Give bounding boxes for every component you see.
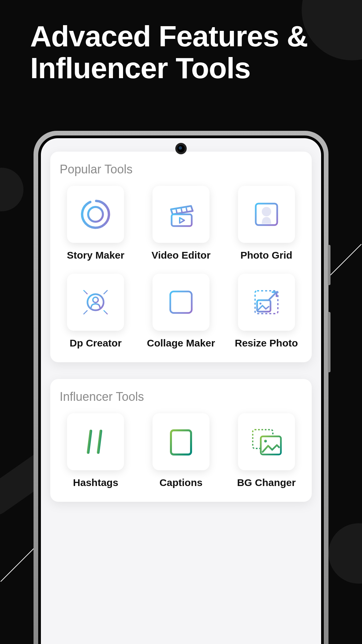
hero-title-line2: Influencer Tools: [30, 52, 308, 84]
tool-label: BG Changer: [237, 477, 296, 488]
influencer-tools-grid: Hashtags: [60, 413, 302, 488]
tool-label: Video Editor: [152, 250, 210, 261]
svg-point-52: [264, 440, 267, 442]
svg-line-41: [98, 431, 101, 452]
bg-changer-tile: [238, 413, 295, 470]
svg-line-39: [269, 292, 277, 300]
tool-label: Photo Grid: [240, 250, 292, 261]
svg-line-26: [106, 306, 110, 308]
tool-bg-changer[interactable]: BG Changer: [230, 413, 302, 488]
video-editor-tile: [153, 186, 209, 243]
svg-line-24: [106, 296, 110, 298]
tool-collage-maker[interactable]: Collage Maker: [145, 274, 217, 349]
svg-line-40: [88, 431, 91, 452]
resize-photo-tile: [238, 274, 295, 331]
tool-resize-photo[interactable]: Resize Photo: [230, 274, 302, 349]
tool-label: Resize Photo: [235, 337, 298, 349]
captions-tile: [153, 413, 209, 470]
dp-creator-icon: [77, 284, 114, 321]
hero-title: Advaced Features & Influencer Tools: [30, 20, 308, 84]
decoration-circle: [328, 523, 362, 584]
tool-captions[interactable]: Captions: [145, 413, 217, 488]
story-maker-icon: [79, 198, 112, 231]
svg-line-19: [104, 311, 107, 314]
dp-creator-tile: [67, 274, 124, 331]
svg-rect-37: [257, 300, 270, 312]
decoration-circle: [302, 0, 362, 60]
app-screen: Popular Tools Story Maker: [41, 138, 321, 644]
phone-side-button: [328, 245, 330, 285]
svg-point-31: [93, 297, 98, 303]
svg-line-27: [82, 306, 85, 308]
hashtags-tile: [67, 413, 124, 470]
collage-maker-icon: [164, 285, 198, 319]
phone-camera: [175, 143, 187, 154]
tool-dp-creator[interactable]: Dp Creator: [60, 274, 132, 349]
phone-bezel: Popular Tools Story Maker: [38, 136, 324, 644]
svg-rect-7: [172, 214, 192, 226]
svg-line-18: [84, 290, 87, 294]
svg-line-21: [84, 311, 87, 314]
svg-line-22: [100, 288, 101, 292]
influencer-tools-title: Influencer Tools: [60, 390, 302, 404]
popular-tools-card: Popular Tools Story Maker: [50, 152, 312, 362]
tool-label: Dp Creator: [70, 337, 122, 349]
svg-line-20: [104, 290, 107, 294]
decoration-line: [325, 244, 361, 280]
story-maker-tile: [67, 186, 124, 243]
tool-label: Collage Maker: [147, 337, 215, 349]
captions-icon: [164, 425, 198, 459]
phone-side-button: [328, 312, 330, 372]
photo-grid-icon: [250, 198, 283, 231]
tool-story-maker[interactable]: Story Maker: [60, 186, 132, 261]
hero-title-line1: Advaced Features &: [30, 20, 308, 52]
hashtags-icon: [79, 425, 112, 459]
popular-tools-title: Popular Tools: [60, 162, 302, 176]
tool-label: Captions: [160, 477, 202, 488]
tool-label: Hashtags: [73, 477, 118, 488]
svg-line-23: [90, 288, 91, 292]
svg-line-6: [186, 207, 187, 212]
svg-line-25: [82, 296, 85, 298]
resize-photo-icon: [250, 285, 283, 319]
svg-line-29: [90, 312, 92, 316]
svg-line-4: [176, 209, 177, 213]
bg-changer-icon: [248, 425, 285, 459]
phone-mockup: Popular Tools Story Maker: [34, 131, 328, 644]
video-editor-icon: [164, 198, 198, 231]
tool-photo-grid[interactable]: Photo Grid: [230, 186, 302, 261]
decoration-circle: [0, 168, 23, 211]
tool-video-editor[interactable]: Video Editor: [145, 186, 217, 261]
svg-point-38: [259, 303, 261, 305]
photo-grid-tile: [238, 186, 295, 243]
collage-maker-tile: [153, 274, 209, 331]
decoration-line: [0, 546, 36, 582]
svg-line-28: [100, 312, 102, 316]
tool-hashtags[interactable]: Hashtags: [60, 413, 132, 488]
influencer-tools-card: Influencer Tools Hashtags: [50, 379, 312, 502]
popular-tools-grid: Story Maker: [60, 186, 302, 349]
tool-label: Story Maker: [67, 250, 124, 261]
